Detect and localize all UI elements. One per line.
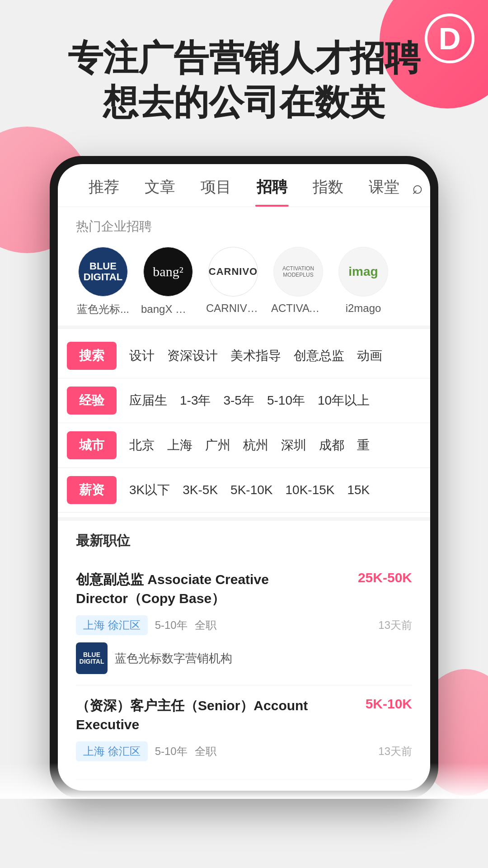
company-name-blue-digital: 蓝色光标... [77, 302, 129, 316]
company-logo-activation: ACTIVATIONMODEPLUS [273, 247, 323, 297]
filter-option-hangzhou[interactable]: 杭州 [243, 437, 268, 454]
phone-mockup: 推荐 文章 项目 招聘 指数 课堂 ⌕ 热门企业招聘 BLUEDIGITAL [0, 156, 488, 799]
filter-option-shanghai[interactable]: 上海 [167, 437, 192, 454]
company-logo-blue-digital: BLUEDIGITAL [78, 247, 128, 297]
filter-option-5-10[interactable]: 5-10年 [267, 392, 305, 409]
job-experience-2: 5-10年 [155, 744, 188, 759]
company-blue-digital[interactable]: BLUEDIGITAL 蓝色光标... [76, 247, 130, 316]
company-bangx[interactable]: bang² bangX 上海 [141, 247, 195, 316]
filter-option-10plus[interactable]: 10年以上 [318, 392, 370, 409]
filter-option-3k-5k[interactable]: 3K-5K [183, 483, 218, 497]
job-location-2: 上海 徐汇区 [76, 741, 148, 761]
company-activation[interactable]: ACTIVATIONMODEPLUS ACTIVATIO... [271, 247, 325, 316]
job-meta-row-2: 上海 徐汇区 5-10年 全职 13天前 [76, 741, 412, 761]
job-salary-2: 5K-10K [366, 696, 412, 712]
company-name-activation: ACTIVATIO... [271, 302, 325, 315]
filter-tag-search[interactable]: 搜索 [67, 342, 117, 370]
filter-option-5k-10k[interactable]: 5K-10K [230, 483, 272, 497]
job-company-name-1: 蓝色光标数字营销机构 [115, 651, 232, 666]
job-company-row-1: BLUEDIGITAL 蓝色光标数字营销机构 [76, 642, 412, 674]
company-name-carnivo: CARNIVO... [206, 302, 260, 315]
job-salary-1: 25K-50K [358, 570, 412, 585]
filter-option-senior-design[interactable]: 资深设计 [167, 347, 218, 364]
job-time-1: 13天前 [378, 618, 412, 632]
filter-option-art-director[interactable]: 美术指导 [230, 347, 281, 364]
filter-option-creative-director[interactable]: 创意总监 [294, 347, 344, 364]
bottom-fade [58, 763, 430, 791]
filter-option-fresh[interactable]: 应届生 [129, 392, 167, 409]
jobs-section-label: 最新职位 [76, 532, 412, 550]
hero-section: 专注广告营销人才招聘 想去的公司在数英 [0, 0, 488, 151]
job-type-2: 全职 [195, 744, 216, 759]
tab-recruit[interactable]: 招聘 [244, 177, 300, 198]
filter-section: 搜索 设计 资深设计 美术指导 创意总监 动画 经验 应届生 1-3年 3-5年… [58, 326, 430, 517]
jobs-section: 最新职位 创意副总监 Associate Creative Director（C… [58, 517, 430, 791]
filter-option-more-city[interactable]: 重 [357, 437, 370, 454]
tab-recommend[interactable]: 推荐 [76, 177, 132, 198]
tab-article[interactable]: 文章 [132, 177, 188, 198]
app-logo: D [425, 14, 474, 63]
tab-index[interactable]: 指数 [300, 177, 356, 198]
filter-option-below-3k[interactable]: 3K以下 [129, 481, 170, 499]
hero-title: 专注广告营销人才招聘 想去的公司在数英 [0, 36, 488, 124]
job-time-2: 13天前 [378, 744, 412, 759]
filter-tag-experience[interactable]: 经验 [67, 387, 117, 415]
job-card-1[interactable]: 创意副总监 Associate Creative Director（Copy B… [76, 559, 412, 685]
filter-option-chengdu[interactable]: 成都 [319, 437, 344, 454]
company-name-imago: i2mago [346, 302, 381, 315]
company-logo-bangx: bang² [143, 247, 193, 297]
job-meta-row-1: 上海 徐汇区 5-10年 全职 13天前 [76, 615, 412, 635]
logo-letter: D [438, 23, 460, 54]
tab-project[interactable]: 项目 [188, 177, 244, 198]
company-imago[interactable]: imag i2mago [336, 247, 390, 316]
tab-course[interactable]: 课堂 [356, 177, 412, 198]
filter-option-guangzhou[interactable]: 广州 [205, 437, 230, 454]
job-title-2: （资深）客户主任（Senior）Account Executive [76, 696, 311, 734]
filter-row-salary: 薪资 3K以下 3K-5K 5K-10K 10K-15K 15K [58, 468, 430, 513]
filter-option-3-5[interactable]: 3-5年 [223, 392, 254, 409]
filter-row-city: 城市 北京 上海 广州 杭州 深圳 成都 重 [58, 423, 430, 468]
filter-row-experience: 经验 应届生 1-3年 3-5年 5-10年 10年以上 [58, 378, 430, 423]
phone-screen: 推荐 文章 项目 招聘 指数 课堂 ⌕ 热门企业招聘 BLUEDIGITAL [58, 164, 430, 791]
filter-tag-salary[interactable]: 薪资 [67, 476, 117, 504]
company-logo-carnivo: CARNIVO [208, 247, 258, 297]
companies-list: BLUEDIGITAL 蓝色光标... bang² bangX 上海 [58, 242, 430, 326]
company-carnivo[interactable]: CARNIVO CARNIVO... [206, 247, 260, 316]
company-name-bangx: bangX 上海 [141, 302, 195, 316]
search-icon[interactable]: ⌕ [412, 177, 423, 198]
filter-option-design[interactable]: 设计 [129, 347, 155, 364]
filter-option-beijing[interactable]: 北京 [129, 437, 155, 454]
company-logo-imago: imag [338, 247, 388, 297]
job-company-logo-1: BLUEDIGITAL [76, 642, 108, 674]
job-title-row-1: 创意副总监 Associate Creative Director（Copy B… [76, 570, 412, 608]
job-location-1: 上海 徐汇区 [76, 615, 148, 635]
nav-tabs: 推荐 文章 项目 招聘 指数 课堂 ⌕ [58, 164, 430, 207]
job-title-row-2: （资深）客户主任（Senior）Account Executive 5K-10K [76, 696, 412, 734]
filter-tag-city[interactable]: 城市 [67, 431, 117, 459]
filter-option-15k-plus[interactable]: 15K [347, 483, 370, 497]
filter-option-1-3[interactable]: 1-3年 [180, 392, 211, 409]
app-content: 推荐 文章 项目 招聘 指数 课堂 ⌕ 热门企业招聘 BLUEDIGITAL [58, 164, 430, 791]
filter-row-search: 搜索 设计 资深设计 美术指导 创意总监 动画 [58, 334, 430, 378]
filter-option-shenzhen[interactable]: 深圳 [281, 437, 306, 454]
filter-option-animation[interactable]: 动画 [357, 347, 382, 364]
job-title-1: 创意副总监 Associate Creative Director（Copy B… [76, 570, 311, 608]
filter-option-10k-15k[interactable]: 10K-15K [285, 483, 334, 497]
hot-companies-label: 热门企业招聘 [58, 207, 430, 242]
phone-frame: 推荐 文章 项目 招聘 指数 课堂 ⌕ 热门企业招聘 BLUEDIGITAL [50, 156, 438, 799]
job-type-1: 全职 [195, 618, 216, 632]
job-experience-1: 5-10年 [155, 618, 188, 632]
